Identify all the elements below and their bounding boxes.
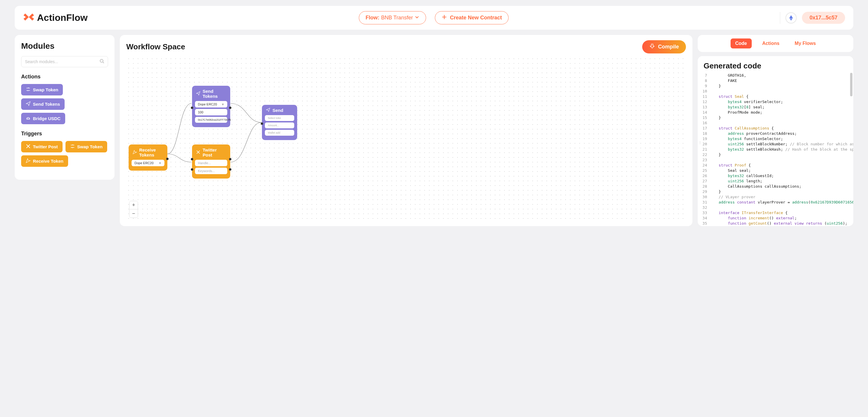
action-swap-token[interactable]: Swap Token	[21, 84, 63, 95]
zoom-in-button[interactable]: +	[129, 201, 138, 209]
header-right: 0x17...5c57	[780, 12, 845, 24]
code-editor[interactable]: ⋮⋮ 7891011121314151617181920212223242526…	[698, 73, 853, 226]
compile-icon	[649, 43, 655, 51]
node-field[interactable]: Select toke	[265, 115, 294, 121]
search-box[interactable]	[21, 56, 108, 67]
edges	[126, 56, 686, 221]
search-icon	[99, 59, 104, 65]
gutter: 7891011121314151617181920212223242526272…	[698, 73, 709, 226]
node-field[interactable]: Handle...	[195, 160, 227, 166]
node-field[interactable]: Keywords...	[195, 168, 227, 174]
receive-icon	[26, 158, 31, 164]
flow-label: Flow:	[366, 15, 379, 21]
receive-icon	[133, 150, 137, 155]
create-contract-button[interactable]: Create New Contract	[435, 11, 508, 24]
header-center: Flow: BNB Transfer Create New Contract	[95, 11, 773, 24]
triggers-row: Twitter Post Swap Token Receive Token	[21, 141, 108, 167]
tab-actions[interactable]: Actions	[757, 38, 784, 49]
fold-handle-icon[interactable]: ⋮⋮	[698, 141, 702, 145]
actions-row: Swap Token Send Tokens Bridge USDC	[21, 84, 108, 124]
actions-label: Actions	[21, 74, 108, 80]
send-icon	[266, 108, 270, 113]
modules-title: Modules	[21, 41, 108, 51]
ethereum-icon[interactable]	[785, 12, 797, 24]
tab-myflows[interactable]: My Flows	[790, 38, 820, 49]
shuffle-icon	[26, 87, 31, 92]
x-icon	[196, 150, 200, 155]
search-input[interactable]	[25, 59, 99, 64]
compile-button[interactable]: Compile	[642, 40, 686, 54]
chevron-down-icon: ▼	[159, 161, 161, 165]
logo-text: ActionFlow	[37, 12, 88, 23]
code-lines: GROTH16, FAKE } struct Seal { bytes4 ver…	[709, 73, 853, 226]
tabs-panel: Code Actions My Flows	[698, 35, 853, 52]
flow-selector[interactable]: Flow: BNB Transfer	[359, 11, 426, 24]
code-panel: Generated code ⋮⋮ 7891011121314151617181…	[698, 56, 853, 226]
zoom-out-button[interactable]: −	[129, 209, 138, 218]
x-icon	[26, 144, 31, 149]
modules-panel: Modules Actions Swap Token Send Tokens B…	[15, 35, 115, 180]
action-send-tokens[interactable]: Send Tokens	[21, 98, 65, 110]
scrollbar-thumb[interactable]	[850, 73, 852, 96]
node-send-tokens[interactable]: Send Tokens Dope ERC20 ▼ 100 0x17C7e082c…	[192, 86, 230, 127]
node-receive-tokens[interactable]: Receive Tokens Dope ERC20 ▼	[129, 145, 167, 171]
node-field[interactable]: Amount...	[265, 122, 294, 128]
flow-name: BNB Transfer	[381, 15, 413, 21]
workflow-panel: Workflow Space Compile Receive Tokens	[120, 35, 692, 226]
plus-icon	[442, 14, 447, 21]
tab-code[interactable]: Code	[731, 38, 752, 49]
node-field[interactable]: 0x17C7e082ca151FF73D7k	[195, 117, 227, 123]
svg-point-0	[100, 59, 103, 62]
wallet-address[interactable]: 0x17...5c57	[802, 12, 845, 24]
code-title: Generated code	[698, 61, 853, 73]
workflow-title: Workflow Space	[126, 42, 185, 51]
zoom-controls: + −	[129, 201, 138, 218]
trigger-receive-token[interactable]: Receive Token	[21, 155, 68, 167]
send-icon	[196, 91, 200, 96]
logo-icon	[23, 13, 35, 23]
chevron-down-icon: ▼	[221, 103, 224, 106]
node-field[interactable]: 100	[195, 109, 227, 115]
trigger-twitter-post[interactable]: Twitter Post	[21, 141, 63, 152]
chevron-down-icon	[414, 15, 419, 21]
shuffle-icon	[70, 144, 75, 149]
trigger-swap-token[interactable]: Swap Token	[65, 141, 107, 152]
canvas[interactable]: Receive Tokens Dope ERC20 ▼ Send Tokens …	[126, 56, 686, 221]
node-twitter-post[interactable]: Twitter Post Handle... Keywords...	[192, 145, 230, 179]
action-bridge-usdc[interactable]: Bridge USDC	[21, 113, 65, 124]
triggers-label: Triggers	[21, 131, 108, 137]
header: ActionFlow Flow: BNB Transfer Create New…	[15, 6, 853, 30]
node-field[interactable]: Wallet add	[265, 130, 294, 136]
node-field[interactable]: Dope ERC20 ▼	[195, 101, 227, 108]
logo: ActionFlow	[23, 12, 88, 23]
node-field[interactable]: Dope ERC20 ▼	[131, 160, 164, 166]
send-icon	[26, 101, 31, 107]
bridge-icon	[26, 116, 31, 121]
node-send-tokens-2[interactable]: Send Select toke Amount... Wallet add	[262, 105, 297, 140]
create-label: Create New Contract	[450, 15, 502, 21]
